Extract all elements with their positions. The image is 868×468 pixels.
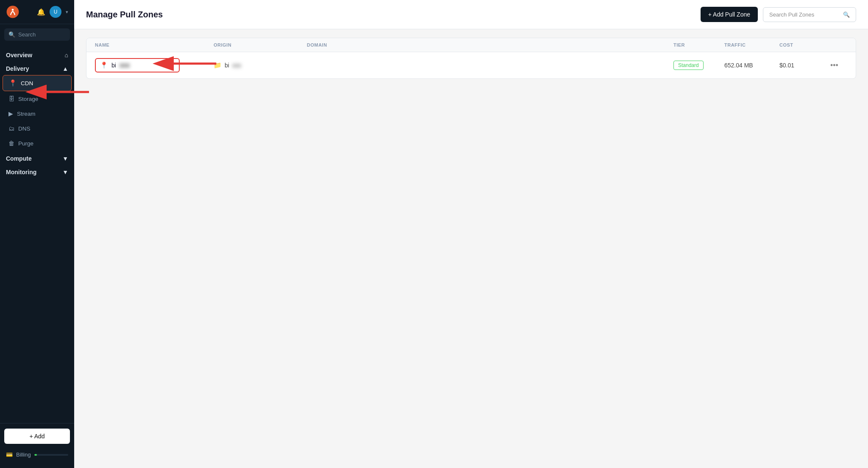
column-traffic: TRAFFIC	[724, 42, 779, 47]
storage-icon: 🗄	[8, 95, 14, 102]
add-button[interactable]: + Add	[4, 429, 70, 444]
page-title: Manage Pull Zones	[86, 10, 163, 20]
billing-label: Billing	[16, 451, 31, 458]
zone-name-blurred: xxx	[120, 61, 130, 69]
column-actions	[830, 42, 847, 47]
sidebar-item-storage[interactable]: 🗄 Storage	[3, 92, 72, 106]
sidebar-item-purge[interactable]: 🗑 Purge	[3, 136, 72, 150]
pull-zones-table: NAME ORIGIN DOMAIN TIER TRAFFIC COST 📍 b…	[86, 38, 856, 79]
zone-name-text: bi	[111, 62, 116, 69]
monitoring-label: Monitoring	[6, 169, 36, 176]
column-domain: DOMAIN	[307, 42, 673, 47]
sidebar-top-right: 🔔 U ▾	[37, 6, 68, 18]
sidebar-item-monitoring[interactable]: Monitoring ▼	[0, 164, 74, 178]
billing-bar-fill	[34, 454, 37, 456]
topbar: Manage Pull Zones + Add Pull Zone Search…	[74, 0, 868, 29]
sidebar: 🔔 U ▾ 🔍 Search Overview ⌂ Delivery ▲ 📍 C…	[0, 0, 74, 468]
zone-name-cell[interactable]: 📍 bi xxx	[95, 58, 214, 72]
zone-cost-cell: $0.01	[779, 62, 830, 69]
topbar-right: + Add Pull Zone Search Pull Zones 🔍	[701, 7, 856, 22]
zone-name-box[interactable]: 📍 bi xxx	[95, 58, 180, 72]
search-pullzone-input[interactable]: Search Pull Zones 🔍	[763, 7, 856, 22]
search-pullzone-label: Search Pull Zones	[769, 11, 814, 18]
search-icon: 🔍	[8, 31, 15, 38]
table-header: NAME ORIGIN DOMAIN TIER TRAFFIC COST	[86, 38, 856, 52]
search-label: Search	[18, 31, 36, 38]
dns-icon: 🗂	[8, 125, 14, 132]
stream-icon: ▶	[8, 110, 13, 117]
dns-label: DNS	[18, 125, 31, 132]
cdn-pin-icon: 📍	[9, 79, 17, 87]
sidebar-item-overview[interactable]: Overview ⌂	[0, 47, 74, 61]
zone-traffic-cell: 652.04 MB	[724, 62, 779, 69]
zone-pin-icon: 📍	[100, 61, 108, 69]
avatar[interactable]: U	[50, 6, 61, 18]
billing-bar	[34, 454, 68, 456]
chevron-down-compute-icon: ▼	[62, 155, 68, 162]
billing-icon: 💳	[6, 451, 13, 458]
zone-origin-text: bi	[225, 62, 229, 69]
column-name: NAME	[95, 42, 214, 47]
zone-origin-blurred: xxx	[232, 62, 241, 69]
column-cost: COST	[779, 42, 830, 47]
cdn-label: CDN	[21, 80, 33, 86]
folder-icon: 📁	[214, 61, 222, 69]
column-tier: TIER	[673, 42, 724, 47]
purge-label: Purge	[18, 140, 33, 147]
delivery-label: Delivery	[6, 65, 29, 72]
zone-origin-cell: 📁 bi xxx	[214, 61, 307, 69]
zone-actions-cell[interactable]: •••	[830, 61, 847, 70]
compute-label: Compute	[6, 155, 32, 162]
sidebar-header: 🔔 U ▾	[0, 0, 74, 24]
chevron-down-monitoring-icon: ▼	[62, 169, 68, 176]
table-row[interactable]: 📍 bi xxx 📁 bi xxx Standard 652.04 MB $0.…	[86, 52, 856, 78]
chevron-up-icon: ▲	[62, 65, 68, 72]
billing-row: 💳 Billing	[4, 450, 70, 460]
search-input[interactable]: 🔍 Search	[4, 28, 70, 41]
logo-icon	[6, 5, 19, 19]
sidebar-item-delivery[interactable]: Delivery ▲	[0, 61, 74, 75]
more-options-button[interactable]: •••	[830, 61, 838, 70]
sidebar-item-stream[interactable]: ▶ Stream	[3, 106, 72, 121]
storage-label: Storage	[18, 96, 38, 102]
sidebar-bottom: + Add 💳 Billing	[0, 423, 74, 468]
content-area: NAME ORIGIN DOMAIN TIER TRAFFIC COST 📍 b…	[74, 29, 868, 468]
main-content: Manage Pull Zones + Add Pull Zone Search…	[74, 0, 868, 468]
svg-point-1	[12, 9, 14, 11]
sidebar-item-compute[interactable]: Compute ▼	[0, 151, 74, 164]
purge-icon: 🗑	[8, 140, 14, 147]
zone-tier-cell: Standard	[673, 61, 724, 70]
search-pullzone-icon: 🔍	[843, 11, 850, 18]
home-icon: ⌂	[65, 52, 68, 58]
add-pullzone-button[interactable]: + Add Pull Zone	[701, 7, 758, 22]
overview-label: Overview	[6, 52, 32, 58]
sidebar-nav: Overview ⌂ Delivery ▲ 📍 CDN 🗄 Storage ▶ …	[0, 45, 74, 423]
chevron-down-icon[interactable]: ▾	[66, 9, 68, 15]
zone-tier-badge: Standard	[673, 61, 704, 70]
sidebar-item-cdn[interactable]: 📍 CDN	[3, 75, 72, 91]
notification-bell-icon[interactable]: 🔔	[37, 8, 45, 16]
stream-label: Stream	[17, 111, 36, 117]
sidebar-item-dns[interactable]: 🗂 DNS	[3, 121, 72, 136]
column-origin: ORIGIN	[214, 42, 307, 47]
